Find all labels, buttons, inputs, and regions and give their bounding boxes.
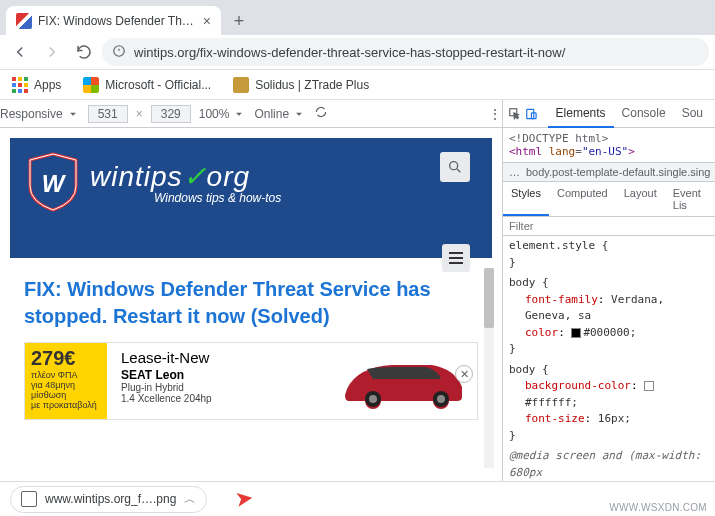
- tab-layout[interactable]: Layout: [616, 182, 665, 216]
- bookmark-microsoft[interactable]: Microsoft - Official...: [77, 73, 217, 97]
- tab-sources[interactable]: Sou: [674, 100, 711, 128]
- device-toolbar: Responsive 531 × 329 100% Online ⋮: [0, 100, 502, 128]
- address-bar[interactable]: wintips.org/fix-windows-defender-threat-…: [102, 38, 709, 66]
- hamburger-icon: [449, 252, 463, 254]
- search-button[interactable]: [440, 152, 470, 182]
- apps-button[interactable]: Apps: [6, 73, 67, 97]
- svg-rect-8: [527, 109, 534, 118]
- red-arrow-icon: ➤: [234, 485, 255, 513]
- close-icon[interactable]: ×: [203, 13, 211, 29]
- style-tabs: Styles Computed Layout Event Lis: [503, 182, 715, 217]
- device-toggle-icon[interactable]: [524, 103, 539, 125]
- check-icon: ✓: [183, 161, 207, 192]
- download-chip[interactable]: www.wintips.org_f….png ︿: [10, 486, 207, 513]
- ad-price-block: 279€ πλέον ΦΠΑ για 48μηνη μίσθωση με προ…: [25, 343, 107, 419]
- microsoft-icon: [83, 77, 99, 93]
- search-icon: [447, 159, 463, 175]
- devtools-toolbar: Elements Console Sou: [503, 100, 715, 128]
- svg-point-4: [369, 395, 377, 403]
- dom-tree[interactable]: <!DOCTYPE html> <html lang="en-US">: [503, 128, 715, 163]
- width-input[interactable]: 531: [88, 105, 128, 123]
- styles-pane[interactable]: element.style { } body { font-family: Ve…: [503, 236, 715, 481]
- reload-button[interactable]: [70, 38, 98, 66]
- download-bar: www.wintips.org_f….png ︿ ➤ WWW.WSXDN.COM: [0, 481, 715, 516]
- lock-icon: [112, 44, 126, 61]
- watermark: WWW.WSXDN.COM: [609, 502, 707, 513]
- svg-point-2: [450, 162, 458, 170]
- devtools-panel: Elements Console Sou <!DOCTYPE html> <ht…: [503, 100, 715, 481]
- tab-events[interactable]: Event Lis: [665, 182, 715, 216]
- tab-strip: FIX: Windows Defender Threat Se × +: [0, 0, 715, 35]
- svg-point-6: [437, 395, 445, 403]
- tagline: Windows tips & how-tos: [154, 191, 281, 205]
- bookmark-label: Microsoft - Official...: [105, 78, 211, 92]
- rotate-icon[interactable]: [314, 105, 328, 122]
- height-input[interactable]: 329: [151, 105, 191, 123]
- tab-computed[interactable]: Computed: [549, 182, 616, 216]
- ad-copy: Lease-it-New SEAT Leon Plug-in Hybrid 1.…: [107, 343, 477, 419]
- dimension-separator: ×: [136, 107, 143, 121]
- forward-button[interactable]: [38, 38, 66, 66]
- dom-html: <html lang="en-US">: [509, 145, 709, 158]
- file-icon: [21, 491, 37, 507]
- svg-text:W: W: [42, 170, 67, 197]
- chevron-down-icon: [66, 107, 80, 121]
- tab-styles[interactable]: Styles: [503, 182, 549, 216]
- new-tab-button[interactable]: +: [225, 7, 253, 35]
- menu-button[interactable]: [442, 244, 470, 272]
- styles-filter-input[interactable]: [503, 217, 715, 236]
- bookmarks-bar: Apps Microsoft - Official... Solidus | Z…: [0, 70, 715, 100]
- apps-icon: [12, 77, 28, 93]
- site-header: W wintips✓org Windows tips & how-tos: [10, 138, 492, 258]
- more-icon[interactable]: ⋮: [488, 106, 502, 122]
- nav-bar: wintips.org/fix-windows-defender-threat-…: [0, 35, 715, 70]
- dom-doctype: <!DOCTYPE html>: [509, 132, 709, 145]
- responsive-select[interactable]: Responsive: [0, 107, 80, 121]
- throttle-select[interactable]: Online: [254, 107, 306, 121]
- scrollbar[interactable]: [484, 268, 494, 468]
- apps-label: Apps: [34, 78, 61, 92]
- car-image: [337, 349, 467, 411]
- close-ad-button[interactable]: ✕: [455, 365, 473, 383]
- rendered-page: W wintips✓org Windows tips & how-tos: [10, 138, 492, 471]
- download-filename: www.wintips.org_f….png: [45, 492, 176, 506]
- ad-banner[interactable]: 279€ πλέον ΦΠΑ για 48μηνη μίσθωση με προ…: [24, 342, 478, 420]
- browser-tab[interactable]: FIX: Windows Defender Threat Se ×: [6, 6, 221, 35]
- chevron-down-icon: [232, 107, 246, 121]
- tab-console[interactable]: Console: [614, 100, 674, 128]
- inspect-icon[interactable]: [507, 103, 522, 125]
- solidus-icon: [233, 77, 249, 93]
- breadcrumb[interactable]: …body.post-template-default.single.sing: [503, 163, 715, 182]
- article-title: FIX: Windows Defender Threat Service has…: [10, 258, 492, 340]
- chevron-up-icon[interactable]: ︿: [184, 491, 196, 508]
- tab-elements[interactable]: Elements: [548, 100, 614, 128]
- bookmark-label: Solidus | ZTrade Plus: [255, 78, 369, 92]
- url-text: wintips.org/fix-windows-defender-threat-…: [134, 45, 565, 60]
- logo-text: wintips✓org: [90, 160, 281, 193]
- scrollbar-thumb[interactable]: [484, 268, 494, 328]
- shield-logo-icon: W: [26, 152, 80, 212]
- tab-title: FIX: Windows Defender Threat Se: [38, 14, 197, 28]
- chevron-down-icon: [292, 107, 306, 121]
- bookmark-solidus[interactable]: Solidus | ZTrade Plus: [227, 73, 375, 97]
- tab-favicon: [16, 13, 32, 29]
- ad-price: 279€: [31, 347, 101, 370]
- zoom-select[interactable]: 100%: [199, 107, 247, 121]
- back-button[interactable]: [6, 38, 34, 66]
